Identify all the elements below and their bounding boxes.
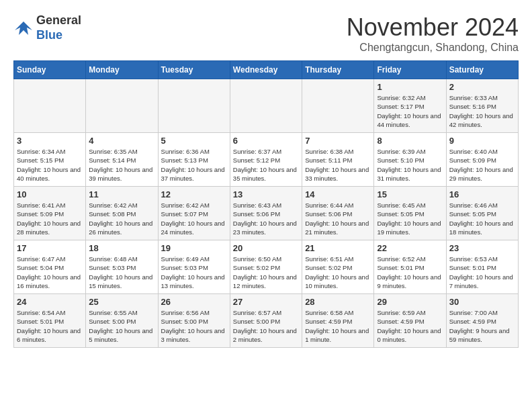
day-number: 13 bbox=[233, 189, 299, 199]
day-number: 23 bbox=[449, 243, 515, 253]
day-info: Sunrise: 6:59 AM Sunset: 4:59 PM Dayligh… bbox=[377, 308, 443, 344]
logo-text: General Blue bbox=[36, 13, 81, 42]
table-row: 5Sunrise: 6:36 AM Sunset: 5:13 PM Daylig… bbox=[158, 133, 230, 187]
table-row: 28Sunrise: 6:58 AM Sunset: 4:59 PM Dayli… bbox=[302, 294, 374, 348]
table-row: 18Sunrise: 6:48 AM Sunset: 5:03 PM Dayli… bbox=[86, 240, 158, 294]
day-info: Sunrise: 6:32 AM Sunset: 5:17 PM Dayligh… bbox=[377, 93, 443, 129]
day-number: 24 bbox=[17, 297, 83, 307]
day-header-thursday: Thursday bbox=[302, 61, 374, 79]
table-row bbox=[158, 79, 230, 133]
day-number: 4 bbox=[89, 136, 154, 146]
day-info: Sunrise: 6:43 AM Sunset: 5:06 PM Dayligh… bbox=[233, 201, 299, 236]
title-block: November 2024 Chengtangcun, Shandong, Ch… bbox=[347, 13, 519, 54]
day-number: 21 bbox=[305, 243, 371, 253]
day-info: Sunrise: 6:54 AM Sunset: 5:01 PM Dayligh… bbox=[17, 308, 83, 344]
day-number: 30 bbox=[449, 297, 515, 307]
table-row: 27Sunrise: 6:57 AM Sunset: 5:00 PM Dayli… bbox=[230, 294, 302, 348]
day-header-friday: Friday bbox=[374, 61, 446, 79]
day-info: Sunrise: 6:47 AM Sunset: 5:04 PM Dayligh… bbox=[17, 255, 83, 290]
day-number: 6 bbox=[233, 136, 299, 146]
table-row: 11Sunrise: 6:42 AM Sunset: 5:08 PM Dayli… bbox=[86, 187, 158, 240]
day-info: Sunrise: 6:36 AM Sunset: 5:13 PM Dayligh… bbox=[161, 147, 227, 183]
day-info: Sunrise: 6:58 AM Sunset: 4:59 PM Dayligh… bbox=[305, 308, 371, 344]
table-row: 14Sunrise: 6:44 AM Sunset: 5:06 PM Dayli… bbox=[302, 187, 374, 240]
day-info: Sunrise: 6:42 AM Sunset: 5:07 PM Dayligh… bbox=[161, 201, 227, 236]
day-number: 20 bbox=[233, 243, 299, 253]
day-info: Sunrise: 6:34 AM Sunset: 5:15 PM Dayligh… bbox=[17, 147, 83, 183]
table-row bbox=[230, 79, 302, 133]
day-info: Sunrise: 6:41 AM Sunset: 5:09 PM Dayligh… bbox=[17, 201, 83, 236]
table-row: 26Sunrise: 6:56 AM Sunset: 5:00 PM Dayli… bbox=[158, 294, 230, 348]
day-number: 9 bbox=[449, 136, 515, 146]
table-row bbox=[302, 79, 374, 133]
table-row: 24Sunrise: 6:54 AM Sunset: 5:01 PM Dayli… bbox=[14, 294, 86, 348]
day-number: 18 bbox=[89, 243, 154, 253]
day-header-sunday: Sunday bbox=[14, 61, 86, 79]
day-number: 5 bbox=[161, 136, 227, 146]
calendar-header-row: SundayMondayTuesdayWednesdayThursdayFrid… bbox=[14, 61, 519, 79]
calendar-body: 1Sunrise: 6:32 AM Sunset: 5:17 PM Daylig… bbox=[14, 79, 519, 348]
day-info: Sunrise: 6:38 AM Sunset: 5:11 PM Dayligh… bbox=[305, 147, 371, 183]
page-header: General Blue November 2024 Chengtangcun,… bbox=[13, 13, 519, 54]
table-row: 3Sunrise: 6:34 AM Sunset: 5:15 PM Daylig… bbox=[14, 133, 86, 187]
day-number: 14 bbox=[305, 189, 371, 199]
logo: General Blue bbox=[13, 13, 81, 42]
day-number: 12 bbox=[161, 189, 227, 199]
day-info: Sunrise: 6:37 AM Sunset: 5:12 PM Dayligh… bbox=[233, 147, 299, 183]
calendar-week-2: 3Sunrise: 6:34 AM Sunset: 5:15 PM Daylig… bbox=[14, 133, 519, 187]
day-number: 26 bbox=[161, 297, 227, 307]
day-number: 8 bbox=[377, 136, 443, 146]
table-row: 8Sunrise: 6:39 AM Sunset: 5:10 PM Daylig… bbox=[374, 133, 446, 187]
table-row: 9Sunrise: 6:40 AM Sunset: 5:09 PM Daylig… bbox=[446, 133, 518, 187]
day-number: 27 bbox=[233, 297, 299, 307]
day-number: 25 bbox=[89, 297, 154, 307]
table-row bbox=[14, 79, 86, 133]
month-title: November 2024 bbox=[347, 13, 519, 42]
day-number: 3 bbox=[17, 136, 83, 146]
day-number: 1 bbox=[377, 82, 443, 92]
table-row: 1Sunrise: 6:32 AM Sunset: 5:17 PM Daylig… bbox=[374, 79, 446, 133]
day-number: 11 bbox=[89, 189, 154, 199]
day-info: Sunrise: 6:57 AM Sunset: 5:00 PM Dayligh… bbox=[233, 308, 299, 344]
day-info: Sunrise: 6:48 AM Sunset: 5:03 PM Dayligh… bbox=[89, 255, 154, 290]
day-info: Sunrise: 6:50 AM Sunset: 5:02 PM Dayligh… bbox=[233, 255, 299, 290]
day-info: Sunrise: 6:40 AM Sunset: 5:09 PM Dayligh… bbox=[449, 147, 515, 183]
day-info: Sunrise: 6:42 AM Sunset: 5:08 PM Dayligh… bbox=[89, 201, 154, 236]
table-row: 25Sunrise: 6:55 AM Sunset: 5:00 PM Dayli… bbox=[86, 294, 158, 348]
calendar-table: SundayMondayTuesdayWednesdayThursdayFrid… bbox=[13, 60, 519, 348]
day-number: 2 bbox=[449, 82, 515, 92]
location-subtitle: Chengtangcun, Shandong, China bbox=[347, 42, 519, 54]
day-number: 29 bbox=[377, 297, 443, 307]
day-number: 17 bbox=[17, 243, 83, 253]
day-number: 10 bbox=[17, 189, 83, 199]
day-info: Sunrise: 6:44 AM Sunset: 5:06 PM Dayligh… bbox=[305, 201, 371, 236]
table-row: 20Sunrise: 6:50 AM Sunset: 5:02 PM Dayli… bbox=[230, 240, 302, 294]
table-row: 16Sunrise: 6:46 AM Sunset: 5:05 PM Dayli… bbox=[446, 187, 518, 240]
table-row: 15Sunrise: 6:45 AM Sunset: 5:05 PM Dayli… bbox=[374, 187, 446, 240]
day-info: Sunrise: 6:33 AM Sunset: 5:16 PM Dayligh… bbox=[449, 93, 515, 129]
day-header-tuesday: Tuesday bbox=[158, 61, 230, 79]
table-row: 30Sunrise: 7:00 AM Sunset: 4:59 PM Dayli… bbox=[446, 294, 518, 348]
day-number: 19 bbox=[161, 243, 227, 253]
table-row: 10Sunrise: 6:41 AM Sunset: 5:09 PM Dayli… bbox=[14, 187, 86, 240]
day-info: Sunrise: 6:55 AM Sunset: 5:00 PM Dayligh… bbox=[89, 308, 154, 344]
day-info: Sunrise: 6:35 AM Sunset: 5:14 PM Dayligh… bbox=[89, 147, 154, 183]
table-row: 2Sunrise: 6:33 AM Sunset: 5:16 PM Daylig… bbox=[446, 79, 518, 133]
table-row: 22Sunrise: 6:52 AM Sunset: 5:01 PM Dayli… bbox=[374, 240, 446, 294]
table-row: 17Sunrise: 6:47 AM Sunset: 5:04 PM Dayli… bbox=[14, 240, 86, 294]
day-header-monday: Monday bbox=[86, 61, 158, 79]
table-row: 12Sunrise: 6:42 AM Sunset: 5:07 PM Dayli… bbox=[158, 187, 230, 240]
calendar-week-4: 17Sunrise: 6:47 AM Sunset: 5:04 PM Dayli… bbox=[14, 240, 519, 294]
day-info: Sunrise: 7:00 AM Sunset: 4:59 PM Dayligh… bbox=[449, 308, 515, 344]
calendar-week-1: 1Sunrise: 6:32 AM Sunset: 5:17 PM Daylig… bbox=[14, 79, 519, 133]
svg-marker-0 bbox=[15, 21, 32, 35]
table-row: 19Sunrise: 6:49 AM Sunset: 5:03 PM Dayli… bbox=[158, 240, 230, 294]
day-info: Sunrise: 6:51 AM Sunset: 5:02 PM Dayligh… bbox=[305, 255, 371, 290]
day-info: Sunrise: 6:53 AM Sunset: 5:01 PM Dayligh… bbox=[449, 255, 515, 290]
calendar-week-3: 10Sunrise: 6:41 AM Sunset: 5:09 PM Dayli… bbox=[14, 187, 519, 240]
table-row: 21Sunrise: 6:51 AM Sunset: 5:02 PM Dayli… bbox=[302, 240, 374, 294]
logo-icon bbox=[13, 18, 34, 38]
table-row: 6Sunrise: 6:37 AM Sunset: 5:12 PM Daylig… bbox=[230, 133, 302, 187]
day-header-wednesday: Wednesday bbox=[230, 61, 302, 79]
day-number: 16 bbox=[449, 189, 515, 199]
